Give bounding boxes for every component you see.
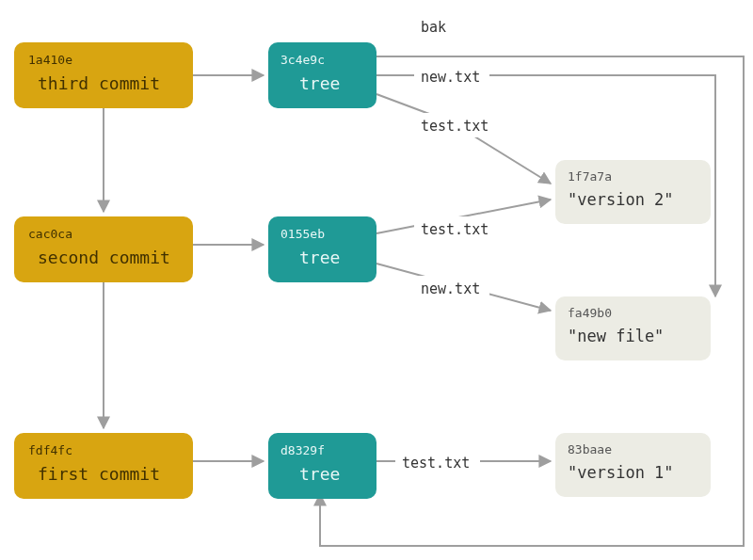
svg-text:test.txt: test.txt [421,221,489,238]
tree-1-label: tree [299,464,340,484]
commit-second-label: second commit [38,248,170,267]
edge-label-t3-new: new.txt [414,64,489,88]
svg-text:new.txt: new.txt [421,280,480,297]
git-object-graph: 1a410e third commit cac0ca second commit… [0,0,753,560]
blob-version1-hash: 83baae [568,442,612,456]
blob-newfile-label: "new file" [568,327,664,345]
edge-label-t3-test: test.txt [414,113,499,137]
edge-label-t2-test: test.txt [414,216,499,241]
tree-1: d8329f tree [268,433,376,499]
commit-first-label: first commit [38,464,160,484]
blob-version2-hash: 1f7a7a [568,169,612,184]
svg-text:test.txt: test.txt [402,455,470,472]
blob-version1-label: "version 1" [568,463,674,482]
commit-first-hash: fdf4fc [28,443,72,457]
blob-version2: 1f7a7a "version 2" [555,160,711,224]
svg-text:test.txt: test.txt [421,118,489,135]
commit-third: 1a410e third commit [14,42,193,108]
blob-newfile: fa49b0 "new file" [555,296,711,360]
commit-first: fdf4fc first commit [14,433,193,499]
edge-label-t1-test: test.txt [395,450,480,474]
blob-version2-label: "version 2" [568,190,674,209]
tree-2-label: tree [299,248,340,267]
edge-label-bak: bak [414,14,456,39]
blob-newfile-hash: fa49b0 [568,306,612,320]
tree-2: 0155eb tree [268,216,376,282]
commit-third-hash: 1a410e [28,53,72,67]
edge-label-t2-new: new.txt [414,276,489,300]
tree-1-hash: d8329f [280,443,325,457]
svg-text:bak: bak [421,19,446,36]
tree-3-label: tree [299,73,340,93]
tree-3: 3c4e9c tree [268,42,376,108]
tree-3-hash: 3c4e9c [280,53,325,67]
commit-second-hash: cac0ca [28,227,72,241]
commit-second: cac0ca second commit [14,216,193,282]
edge-t3-bv2 [376,94,551,184]
blob-version1: 83baae "version 1" [555,433,711,497]
svg-text:new.txt: new.txt [421,69,480,86]
commit-third-label: third commit [38,73,160,93]
tree-2-hash: 0155eb [280,227,325,241]
